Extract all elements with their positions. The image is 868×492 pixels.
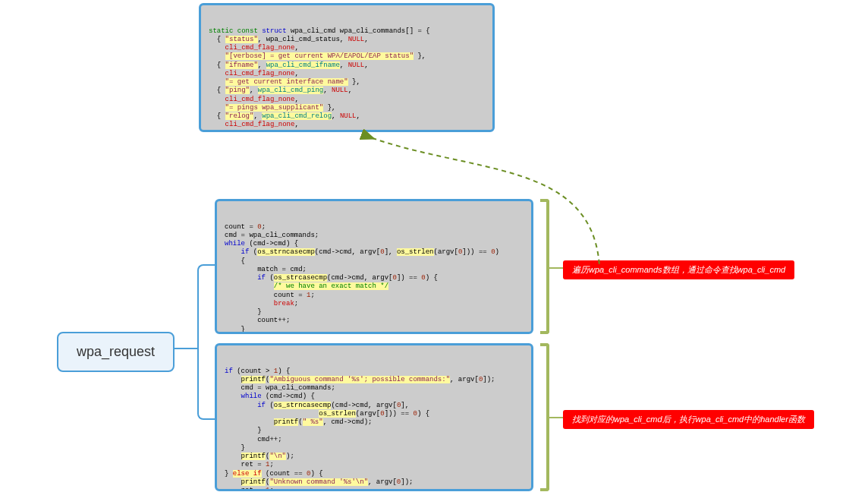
connector-h2 — [205, 264, 215, 266]
annotation-top: 遍历wpa_cli_commands数组，通过命令查找wpa_cli_cmd — [563, 260, 794, 279]
code-block-commands-array: static const struct wpa_cli_cmd wpa_cli_… — [199, 3, 495, 132]
line-bracket-to-label-top — [549, 267, 563, 269]
code-content-mid: count = 0; cmd = wpa_cli_commands; while… — [225, 223, 524, 335]
code-block-search-loop: count = 0; cmd = wpa_cli_commands; while… — [215, 199, 533, 334]
line-bracket-to-label-bot — [549, 417, 563, 418]
code-content-bot: if (count > 1) { printf("Ambiguous comma… — [225, 367, 524, 492]
annotation-bottom: 找到对应的wpa_cli_cmd后，执行wpa_cli_cmd中的handler… — [563, 410, 814, 429]
connector-left — [197, 264, 206, 420]
bracket-top — [540, 199, 549, 334]
main-node-text: wpa_request — [77, 344, 155, 359]
bracket-bottom — [540, 343, 549, 491]
code-block-handler-exec: if (count > 1) { printf("Ambiguous comma… — [215, 343, 533, 491]
code-content-top: static const struct wpa_cli_cmd wpa_cli_… — [209, 27, 485, 133]
connector-h3 — [205, 418, 215, 420]
connector-h — [175, 348, 197, 349]
main-node-label: wpa_request — [57, 332, 175, 372]
